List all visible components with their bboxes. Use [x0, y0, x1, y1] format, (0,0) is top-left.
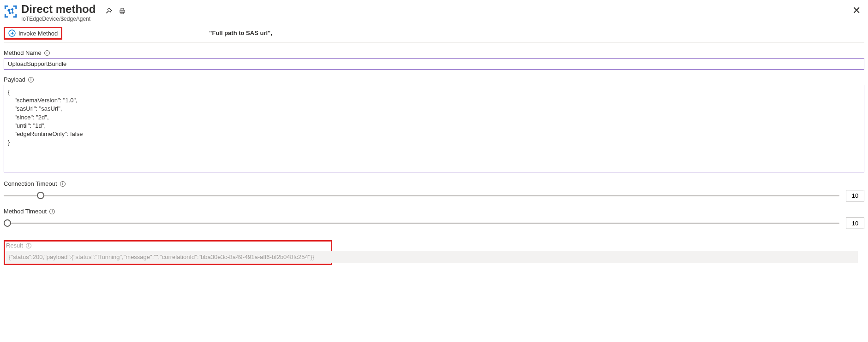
connection-timeout-label: Connection Timeout: [4, 180, 57, 187]
payload-input[interactable]: [4, 85, 864, 172]
info-icon[interactable]: i: [28, 77, 34, 83]
invoke-method-button[interactable]: Invoke Method: [6, 29, 60, 38]
blade-header: Direct method IoTEdgeDevice/$edgeAgent ✕: [4, 3, 864, 22]
print-icon[interactable]: [119, 7, 126, 15]
svg-line-15: [10, 13, 13, 13]
page-title: Direct method: [21, 3, 96, 16]
info-icon[interactable]: i: [26, 243, 31, 248]
payload-field: Payload i: [4, 76, 864, 174]
direct-method-icon: [4, 5, 18, 18]
breadcrumb: IoTEdgeDevice/$edgeAgent: [21, 16, 845, 22]
svg-rect-17: [121, 8, 124, 10]
method-name-label: Method Name: [4, 49, 42, 56]
arrow-right-circle-icon: [8, 29, 16, 37]
info-icon[interactable]: i: [44, 50, 50, 56]
connection-timeout-field: Connection Timeout i: [4, 180, 864, 201]
svg-line-14: [12, 9, 13, 13]
method-timeout-field: Method Timeout i: [4, 208, 864, 229]
info-icon[interactable]: i: [60, 181, 66, 187]
close-icon[interactable]: ✕: [849, 3, 864, 18]
payload-label: Payload: [4, 76, 25, 83]
svg-rect-7: [15, 14, 17, 18]
method-name-input[interactable]: [4, 58, 864, 70]
pin-icon[interactable]: [105, 7, 112, 15]
method-timeout-label: Method Timeout: [4, 208, 47, 215]
method-timeout-value[interactable]: [846, 218, 864, 229]
result-highlight: Result i {"status":200,"payload":{"statu…: [4, 240, 332, 265]
svg-rect-1: [5, 6, 6, 9]
connection-timeout-slider[interactable]: [4, 195, 839, 196]
method-timeout-slider[interactable]: [4, 223, 839, 224]
connection-timeout-value[interactable]: [846, 190, 864, 201]
invoke-highlight: Invoke Method: [4, 27, 62, 40]
toolbar: Invoke Method "Full path to SAS url",: [4, 27, 864, 43]
result-output: {"status":200,"payload":{"status":"Runni…: [5, 251, 858, 263]
stray-annotation-text: "Full path to SAS url",: [209, 29, 272, 36]
svg-rect-3: [15, 6, 17, 9]
result-label: Result: [6, 242, 23, 249]
invoke-method-label: Invoke Method: [18, 30, 58, 37]
info-icon[interactable]: i: [49, 209, 55, 214]
svg-rect-5: [5, 14, 6, 18]
method-name-field: Method Name i: [4, 49, 864, 70]
